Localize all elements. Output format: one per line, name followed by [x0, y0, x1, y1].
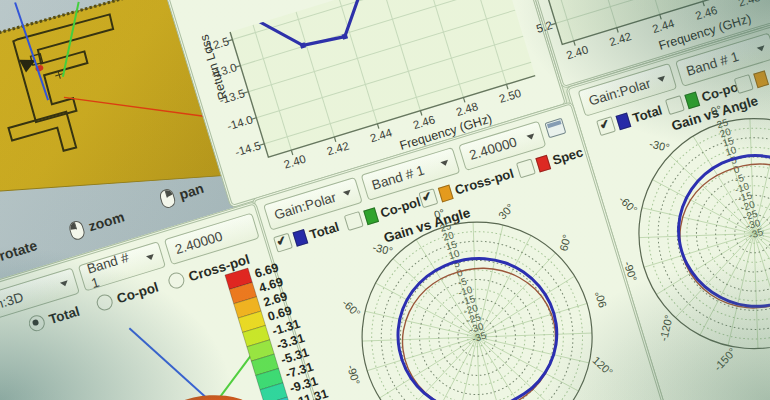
svg-text:2.44: 2.44: [651, 17, 676, 35]
svg-text:0°: 0°: [709, 103, 723, 118]
gain-pattern-blob: [168, 393, 254, 400]
chevron-down-icon: [146, 254, 155, 261]
svg-text:-150°: -150°: [712, 346, 739, 374]
svg-text:-120°: -120°: [657, 314, 675, 342]
svg-text:2.46: 2.46: [694, 4, 719, 22]
svg-text:-14.5: -14.5: [234, 139, 263, 158]
svg-text:-60°: -60°: [340, 297, 363, 320]
svg-text:0°: 0°: [433, 206, 447, 221]
svg-text:2.48: 2.48: [737, 0, 762, 9]
svg-text:2.40: 2.40: [282, 153, 307, 171]
workspace: rotate zoom pan 2.402.422.442.462.482.50…: [0, 0, 770, 400]
svg-text:2.44: 2.44: [368, 126, 393, 144]
svg-text:2.50: 2.50: [498, 87, 523, 105]
app-window: rotate zoom pan 2.402.422.442.462.482.50…: [0, 0, 770, 400]
z-axis: [129, 312, 211, 400]
svg-text:30°: 30°: [496, 201, 516, 221]
svg-text:-14.0: -14.0: [226, 113, 255, 132]
svg-text:-30°: -30°: [648, 137, 670, 153]
svg-text:-60°: -60°: [617, 193, 640, 216]
svg-text:2.40: 2.40: [565, 43, 590, 61]
svg-text:60°: 60°: [557, 233, 572, 252]
svg-text:90°: 90°: [592, 290, 608, 309]
svg-text:2.42: 2.42: [325, 140, 350, 158]
svg-text:2.42: 2.42: [608, 30, 633, 48]
svg-text:120°: 120°: [590, 354, 615, 378]
chevron-down-icon: [60, 280, 69, 287]
svg-text:-30°: -30°: [372, 241, 394, 257]
